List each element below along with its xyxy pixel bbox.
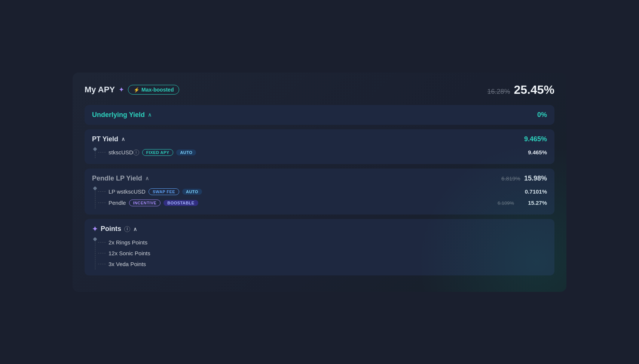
pt-yield-chevron: ∧ — [121, 136, 125, 142]
badge-swap-fee: SWAP FEE — [149, 188, 179, 195]
pendle-lp-title[interactable]: Pendle LP Yield ∧ — [92, 175, 149, 182]
header-right: 16.28% 25.45% — [487, 83, 554, 97]
badge-auto-pt: AUTO — [176, 149, 196, 155]
leaf-h-line-pts3 — [98, 264, 106, 264]
header: My APY ✦ ⚡ Max-boosted 16.28% 25.45% — [85, 83, 554, 97]
tree-leaf-veda: 3x Veda Points — [98, 259, 547, 269]
points-header: ✦ Points i ∧ — [92, 225, 547, 233]
pt-yield-tree: stkscUSD i FIXED APY AUTO 9.465% — [92, 147, 547, 158]
pendle-lp-section: Pendle LP Yield ∧ 6.819% 15.98% — [85, 169, 554, 215]
badge-boostable: BOOSTABLE — [163, 200, 198, 206]
leaf-connector-pts3 — [98, 264, 108, 264]
pendle-row-value-group: 6.109% 15.27% — [498, 200, 547, 206]
pendle-lp-value-group: 6.819% 15.98% — [501, 175, 547, 182]
stkssusd-value: 9.465% — [517, 149, 547, 155]
leaf-label-lp2: Pendle INCENTIVE BOOSTABLE — [108, 200, 498, 206]
leaf-connector-pts1 — [98, 242, 108, 243]
underlying-yield-label: Underlying Yield — [92, 111, 145, 119]
max-boosted-badge[interactable]: ⚡ Max-boosted — [128, 85, 179, 95]
leaf-h-line-lp1 — [98, 191, 106, 192]
leaf-connector-pts2 — [98, 253, 108, 253]
spine-line-lp — [95, 191, 95, 209]
apy-widget: My APY ✦ ⚡ Max-boosted 16.28% 25.45% Und… — [73, 73, 566, 292]
pt-yield-label: PT Yield — [92, 135, 118, 143]
leaf-connector — [98, 152, 108, 152]
spine-dot-pts — [93, 237, 97, 241]
pt-yield-value: 9.465% — [524, 135, 547, 143]
leaf-label: stkscUSD i FIXED APY AUTO — [108, 149, 517, 156]
header-title: My APY — [85, 85, 115, 95]
points-info-icon[interactable]: i — [124, 226, 130, 232]
tree-content-lp: LP wstkscUSD SWAP FEE AUTO 0.7101% Pendl… — [98, 186, 547, 209]
header-left: My APY ✦ ⚡ Max-boosted — [85, 85, 179, 95]
sonic-points-name: 12x Sonic Points — [108, 250, 150, 256]
badge-auto-lp: AUTO — [182, 189, 202, 195]
badge-incentive: INCENTIVE — [129, 200, 161, 206]
spine-dot-lp — [93, 186, 97, 190]
pendle-lp-header: Pendle LP Yield ∧ 6.819% 15.98% — [92, 175, 547, 182]
lp-wstkusd-value: 0.7101% — [517, 188, 547, 195]
pendle-row-value: 15.27% — [517, 200, 547, 206]
spine-dot — [93, 147, 97, 151]
points-star-icon: ✦ — [92, 225, 98, 233]
leaf-connector-lp2 — [98, 203, 108, 203]
points-title[interactable]: ✦ Points i ∧ — [92, 225, 137, 233]
pt-yield-section: PT Yield ∧ 9.465% stkscUSD i FIXE — [85, 129, 554, 164]
leaf-h-line — [98, 152, 106, 152]
apy-old-value: 16.28% — [487, 88, 510, 96]
pendle-row-old-value: 6.109% — [498, 200, 514, 206]
pendle-lp-tree: LP wstkscUSD SWAP FEE AUTO 0.7101% Pendl… — [92, 186, 547, 209]
bolt-icon: ⚡ — [134, 87, 140, 93]
lp-wstkusd-name: LP wstkscUSD — [108, 188, 146, 195]
underlying-yield-header: Underlying Yield ∧ 0% — [92, 111, 547, 119]
stkssusd-info-icon[interactable]: i — [133, 149, 139, 155]
points-section: ✦ Points i ∧ 2x Rings Points — [85, 219, 554, 275]
pendle-lp-value: 15.98% — [524, 175, 547, 182]
leaf-h-line-pts2 — [98, 253, 106, 253]
rings-points-name: 2x Rings Points — [108, 239, 147, 246]
badge-fixed-apy: FIXED APY — [142, 149, 174, 156]
pendle-lp-label: Pendle LP Yield — [92, 175, 142, 182]
tree-content-pts: 2x Rings Points 12x Sonic Points — [98, 237, 547, 269]
apy-new-value: 25.45% — [514, 83, 554, 97]
underlying-yield-section: Underlying Yield ∧ 0% — [85, 105, 554, 125]
leaf-label-veda: 3x Veda Points — [108, 261, 547, 267]
star-icon: ✦ — [119, 86, 124, 94]
pendle-lp-old-value: 6.819% — [501, 175, 520, 182]
veda-points-name: 3x Veda Points — [108, 261, 146, 267]
leaf-connector-lp1 — [98, 191, 108, 192]
leaf-label-lp1: LP wstkscUSD SWAP FEE AUTO — [108, 188, 517, 195]
tree-leaf-lp-wstk: LP wstkscUSD SWAP FEE AUTO 0.7101% — [98, 186, 547, 197]
tree-leaf-rings: 2x Rings Points — [98, 237, 547, 248]
pt-yield-header: PT Yield ∧ 9.465% — [92, 135, 547, 143]
leaf-h-line-lp2 — [98, 203, 106, 203]
points-tree: 2x Rings Points 12x Sonic Points — [92, 237, 547, 269]
leaf-h-line-pts1 — [98, 242, 106, 243]
pendle-row-name: Pendle — [108, 200, 126, 206]
tree-spine-lp — [92, 186, 98, 209]
tree-leaf-stkssusd: stkscUSD i FIXED APY AUTO 9.465% — [98, 147, 547, 158]
spine-line-pts — [95, 241, 95, 269]
pendle-lp-chevron: ∧ — [145, 175, 149, 181]
tree-leaf-sonic: 12x Sonic Points — [98, 248, 547, 259]
points-label: Points — [101, 225, 121, 233]
leaf-label-rings: 2x Rings Points — [108, 239, 547, 246]
max-boosted-label: Max-boosted — [141, 87, 174, 93]
tree-spine-pts — [92, 237, 98, 269]
points-chevron: ∧ — [133, 226, 137, 232]
tree-spine — [92, 147, 98, 158]
tree-content: stkscUSD i FIXED APY AUTO 9.465% — [98, 147, 547, 158]
pt-yield-title[interactable]: PT Yield ∧ — [92, 135, 125, 143]
leaf-label-sonic: 12x Sonic Points — [108, 250, 547, 256]
underlying-yield-chevron: ∧ — [148, 112, 152, 118]
stkssusd-name: stkscUSD — [108, 149, 133, 155]
tree-leaf-pendle: Pendle INCENTIVE BOOSTABLE 6.109% 15.27% — [98, 197, 547, 209]
underlying-yield-value: 0% — [537, 111, 547, 119]
underlying-yield-title[interactable]: Underlying Yield ∧ — [92, 111, 152, 119]
spine-line — [95, 151, 95, 158]
